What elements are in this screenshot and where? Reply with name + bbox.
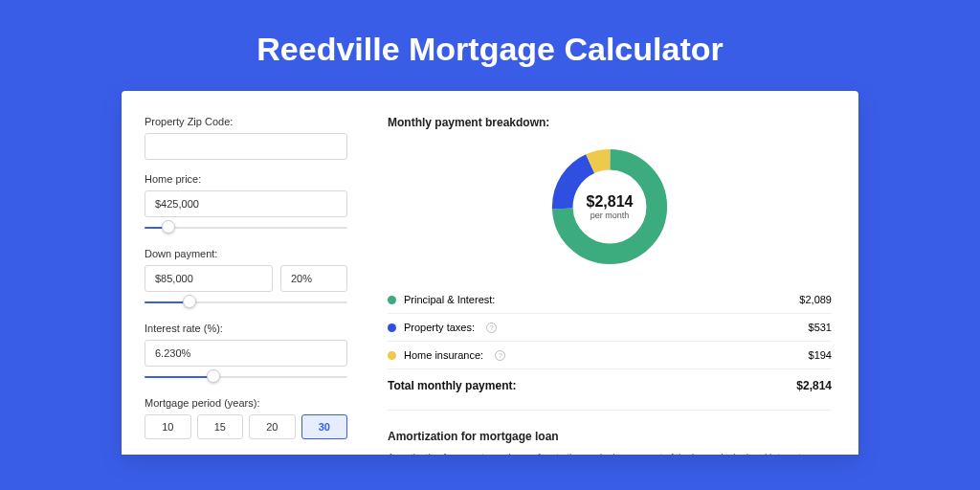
total-value: $2,814 (796, 379, 832, 392)
price-label: Home price: (145, 173, 347, 185)
period-btn-30[interactable]: 30 (301, 414, 348, 439)
rate-slider-fill (145, 376, 213, 378)
zip-label: Property Zip Code: (145, 116, 347, 127)
down-amount-input[interactable] (145, 265, 273, 292)
price-field: Home price: (145, 173, 347, 234)
down-field: Down payment: (145, 248, 347, 309)
donut-chart: $2,814 per month (547, 145, 672, 269)
rate-label: Interest rate (%): (145, 323, 347, 334)
legend-dot (388, 351, 396, 360)
legend-dot (388, 296, 396, 304)
breakdown-label: Principal & Interest: (404, 294, 495, 305)
rate-slider-thumb[interactable] (207, 369, 220, 383)
down-slider[interactable] (145, 298, 347, 309)
breakdown-value: $2,089 (799, 294, 832, 305)
breakdown-row: Home insurance:?$194 (388, 342, 832, 369)
breakdown-value: $531 (809, 322, 832, 333)
breakdown-row: Principal & Interest:$2,089 (388, 286, 832, 314)
donut-sub: per month (587, 211, 634, 220)
price-slider[interactable] (145, 223, 347, 234)
breakdown-heading: Monthly payment breakdown: (388, 116, 832, 129)
results-column: Monthly payment breakdown: $2,814 per mo… (370, 91, 858, 455)
page-title: Reedville Mortgage Calculator (0, 0, 980, 91)
calculator-panel: Property Zip Code: Home price: Down paym… (122, 91, 858, 455)
divider (388, 410, 832, 411)
period-btn-15[interactable]: 15 (197, 414, 244, 439)
help-icon[interactable]: ? (495, 350, 505, 361)
amortization-heading: Amortization for mortgage loan (388, 420, 832, 443)
down-slider-thumb[interactable] (183, 295, 196, 308)
breakdown-row: Property taxes:?$531 (388, 314, 832, 342)
inputs-column: Property Zip Code: Home price: Down paym… (122, 91, 370, 455)
zip-field: Property Zip Code: (145, 116, 347, 160)
breakdown-value: $194 (809, 349, 832, 361)
amortization-text: Amortization for a mortgage loan refers … (388, 451, 832, 455)
rate-input[interactable] (145, 340, 347, 367)
period-btn-20[interactable]: 20 (249, 414, 296, 439)
total-row: Total monthly payment: $2,814 (388, 369, 832, 406)
down-label: Down payment: (145, 248, 347, 259)
donut-center: $2,814 per month (587, 193, 634, 220)
price-slider-thumb[interactable] (162, 220, 175, 234)
period-label: Mortgage period (years): (145, 397, 347, 409)
price-input[interactable] (145, 190, 347, 217)
breakdown-label: Home insurance: (404, 349, 483, 361)
help-icon[interactable]: ? (486, 323, 497, 333)
down-pct-input[interactable] (280, 265, 347, 292)
zip-input[interactable] (145, 133, 347, 160)
donut-chart-area: $2,814 per month (388, 141, 832, 286)
breakdown-label: Property taxes: (404, 322, 475, 333)
legend-dot (388, 323, 396, 332)
rate-slider[interactable] (145, 372, 347, 384)
donut-value: $2,814 (587, 193, 634, 211)
period-btn-10[interactable]: 10 (145, 414, 191, 439)
total-label: Total monthly payment: (388, 379, 516, 392)
period-buttons: 10152030 (145, 414, 347, 439)
period-field: Mortgage period (years): 10152030 (145, 397, 347, 439)
rate-field: Interest rate (%): (145, 323, 347, 384)
